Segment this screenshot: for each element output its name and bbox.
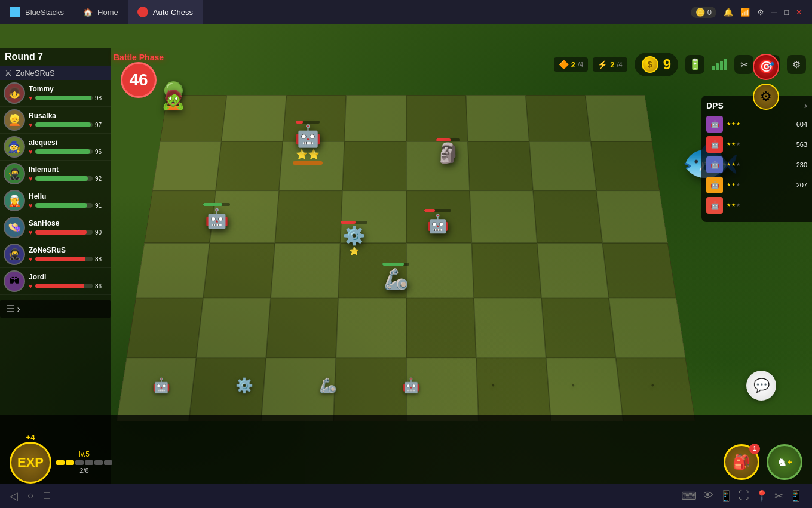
star-icon: ★ (731, 202, 736, 208)
back-btn[interactable]: ◁ (10, 489, 18, 503)
keyboard-btn[interactable]: ⌨ (681, 489, 697, 503)
minimize-btn[interactable]: ─ (771, 8, 777, 17)
board-cell[interactable] (406, 243, 474, 298)
board-cell[interactable] (136, 243, 210, 298)
board-cell[interactable] (345, 95, 406, 141)
player-item-sanhose[interactable]: 👒 SanHose ♥ 90 (0, 214, 111, 241)
player-item-alequesi[interactable]: 🧙 alequesi ♥ 96 (0, 134, 111, 161)
dps-label: DPS (706, 101, 724, 110)
bench-char-4[interactable]: 🤖 (402, 377, 420, 394)
player-item-ihlemunt[interactable]: 🥷 Ihlemunt ♥ 92 (0, 161, 111, 187)
exp-info: lv.5 2/8 (56, 450, 112, 474)
tools-hud-icon[interactable]: ✂ (734, 55, 753, 74)
tab-autochess[interactable]: Auto Chess (128, 0, 203, 24)
character-right: 🗿 (436, 137, 460, 164)
notification-icon[interactable]: 🔔 (724, 8, 733, 17)
synergy-item-1: 🔶 2 /4 (554, 57, 588, 72)
add-chess-button[interactable]: ♞ + (767, 444, 802, 480)
bench-char-7[interactable]: ・ (645, 376, 660, 395)
menu-toggle[interactable]: ☰ › (0, 300, 111, 318)
bench-char-5[interactable]: ・ (486, 376, 500, 395)
player-item-zonesrus[interactable]: 🥷 ZoNeSRuS ♥ 88 (0, 241, 111, 268)
board-cell[interactable] (541, 298, 616, 358)
board-cell[interactable] (467, 141, 532, 190)
signal-bar-3 (720, 61, 723, 70)
bench-char-3[interactable]: 🦾 (319, 377, 337, 394)
battery-icon: 🔋 (685, 55, 704, 74)
settings-hud-icon[interactable]: ⚙ (787, 55, 806, 74)
dps-panel: DPS › 🤖 ★★★ 604 🤖 ★★★ 563 🤖 ★★ (701, 96, 812, 222)
heart-icon: ♥ (29, 229, 33, 236)
bottom-actions: 🎒 1 ♞ + (724, 444, 802, 480)
bag-icon: 🎒 (733, 454, 750, 470)
board-cell[interactable] (127, 298, 204, 358)
player-info: Jordi ♥ 86 (29, 273, 107, 290)
board-cell[interactable] (203, 243, 275, 298)
board-cell[interactable] (465, 95, 529, 141)
scissors-btn[interactable]: ✂ (774, 489, 783, 503)
board-cell[interactable] (533, 190, 602, 242)
board-cell[interactable] (152, 141, 222, 190)
tab-bluestacks[interactable]: BlueStacks (0, 0, 73, 24)
board-cell[interactable] (406, 95, 468, 141)
board-cell[interactable] (537, 243, 609, 298)
tab-home-label: Home (97, 8, 118, 17)
bench-char-1[interactable]: 🤖 (152, 377, 170, 394)
bag-button[interactable]: 🎒 1 (724, 444, 759, 480)
title-bar-right: 🪙 0 🔔 📶 ⚙ ─ □ ✕ (691, 7, 812, 18)
board-cell[interactable] (596, 190, 668, 242)
tablet-btn[interactable]: 📱 (789, 489, 802, 503)
raid-icon[interactable]: 🎯 (753, 54, 779, 80)
board-cell[interactable] (474, 298, 546, 358)
tab-home[interactable]: 🏠 Home (73, 0, 128, 24)
location-btn[interactable]: 📍 (755, 489, 768, 503)
board-cell[interactable] (529, 141, 596, 190)
board-cell[interactable] (470, 190, 537, 242)
home-btn[interactable]: ○ (27, 489, 34, 503)
expand-btn[interactable]: ⛶ (739, 489, 749, 503)
heart-icon: ♥ (29, 121, 33, 128)
recents-btn[interactable]: □ (44, 489, 50, 503)
board-cell[interactable] (609, 298, 686, 358)
board-cell[interactable] (266, 298, 339, 358)
exp-progress: 2/8 (79, 467, 88, 474)
board-cell[interactable] (336, 298, 406, 358)
board-cell[interactable] (590, 141, 660, 190)
board-cell[interactable] (525, 95, 590, 141)
chat-bubble[interactable]: 💬 (746, 371, 776, 401)
player-info: SanHose ♥ 90 (29, 219, 107, 236)
dps-arrow[interactable]: › (804, 100, 807, 111)
autochess-icon (137, 7, 148, 17)
bench-char-6[interactable]: ・ (566, 376, 580, 395)
player-item-hellu[interactable]: 🧝 Hellu ♥ 91 (0, 187, 111, 214)
screen-btn[interactable]: 📱 (719, 489, 733, 503)
board-cell[interactable] (406, 298, 476, 358)
board-cell[interactable] (342, 141, 406, 190)
player-name: Ihlemunt (29, 165, 107, 174)
maximize-btn[interactable]: □ (784, 8, 789, 17)
bench-char-2[interactable]: ⚙️ (235, 377, 253, 394)
player-item-tommy[interactable]: 👧 Tommy ♥ 98 (0, 80, 111, 107)
tools-icon[interactable]: ⚙ (757, 8, 764, 17)
eye-btn[interactable]: 👁 (703, 489, 713, 503)
wifi-icon[interactable]: 📶 (740, 8, 750, 17)
player-item-rusalka[interactable]: 👱 Rusalka ♥ 97 (0, 107, 111, 134)
exp-button[interactable]: EXP (10, 442, 51, 484)
health-value: 98 (95, 95, 107, 101)
player-item-jordi[interactable]: 🕶 Jordi ♥ 86 (0, 268, 111, 295)
board-cell[interactable] (197, 298, 271, 358)
board-cell[interactable] (216, 141, 283, 190)
close-btn[interactable]: ✕ (796, 8, 802, 17)
os-taskbar: ◁ ○ □ ⌨ 👁 📱 ⛶ 📍 ✂ 📱 (0, 484, 812, 508)
board-cell[interactable] (602, 243, 676, 298)
board-cell[interactable] (275, 190, 342, 242)
synergy-max-2: /4 (617, 61, 622, 68)
board-cell[interactable] (222, 95, 287, 141)
board-cell[interactable] (585, 95, 652, 141)
settings-circle-icon[interactable]: ⚙ (753, 84, 779, 110)
battle-phase-label: Battle Phase (114, 53, 164, 62)
health-bar-container: ♥ 98 (29, 94, 107, 101)
board-cell[interactable] (271, 243, 341, 298)
dps-row-4: 🤖 ★★★ (706, 197, 807, 214)
board-cell[interactable] (471, 243, 541, 298)
